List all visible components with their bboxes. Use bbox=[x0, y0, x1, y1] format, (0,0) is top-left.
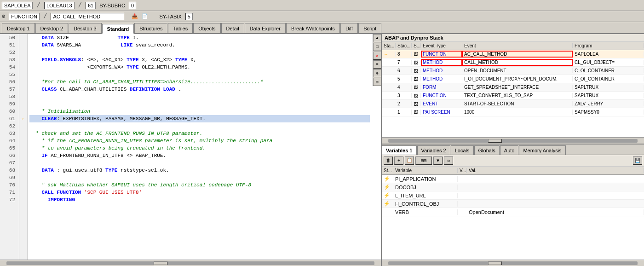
stack-header-program: Program bbox=[573, 43, 644, 48]
stack-row-7[interactable]: 7 🖼 METHOD CALL_METHOD CL_GUI_OBJECT= bbox=[382, 58, 644, 67]
var-name-l-item: L_ITEM_URL bbox=[393, 193, 458, 198]
code-line-57: CLASS CL_ABAP_CHAR_UTILITIES DEFINITION … bbox=[29, 86, 370, 93]
vars-add-btn[interactable]: + bbox=[394, 156, 403, 165]
ln-59: 59 bbox=[0, 100, 17, 108]
vars-hscrollbar[interactable] bbox=[382, 260, 644, 266]
vars-filter-btn[interactable]: ▼ bbox=[433, 156, 443, 165]
tab-desktop2[interactable]: Desktop 2 bbox=[35, 23, 69, 33]
sy-subrc-label: SY-SUBRC bbox=[99, 3, 125, 8]
tab-tables[interactable]: Tables bbox=[168, 23, 193, 33]
var-row-h-control-obj[interactable]: ⚡ H_CONTROL_OBJ bbox=[382, 200, 644, 208]
stack-cell-evtype-8: FUNCTION bbox=[421, 51, 462, 58]
vars-delete-btn[interactable]: 🗑 bbox=[384, 156, 393, 165]
tab-script[interactable]: Script bbox=[358, 23, 381, 33]
tab-standard[interactable]: Standard bbox=[102, 24, 134, 34]
sy-subrc-value[interactable]: 0 bbox=[129, 2, 136, 9]
code-filter-btn[interactable]: ≡ bbox=[373, 60, 381, 69]
ln-60: 60 bbox=[0, 108, 17, 115]
var-tab-memory-analysis[interactable]: Memory Analysis bbox=[519, 145, 565, 155]
stack-cell-sta-8: → bbox=[382, 52, 396, 57]
stack-cell-evtype-2: EVENT bbox=[421, 101, 462, 106]
code-search-btn[interactable]: ⊞ bbox=[373, 78, 381, 86]
var-row-verb[interactable]: VERB OpenDocument bbox=[382, 208, 644, 216]
stack-cell-event-7: CALL_METHOD bbox=[462, 59, 573, 66]
code-marker-btn[interactable]: ⊕ bbox=[373, 69, 381, 77]
function-name-field[interactable]: AC_CALL_METHOD bbox=[51, 13, 124, 20]
tab-detail[interactable]: Detail bbox=[221, 23, 244, 33]
stack-cell-s-7: 🖼 bbox=[412, 60, 421, 65]
var-val-verb: OpenDocument bbox=[467, 209, 644, 215]
stack-cell-event-6: OPEN_DOCUMENT bbox=[462, 68, 573, 73]
tab-diff[interactable]: Diff bbox=[340, 23, 358, 33]
code-expand-btn[interactable]: □ bbox=[373, 43, 381, 51]
var-tab-globals[interactable]: Globals bbox=[474, 145, 500, 155]
vars-copy-btn[interactable]: 📋 bbox=[405, 156, 414, 165]
gear-icon: ⚙ bbox=[2, 13, 5, 20]
var-sta-pi: ⚡ bbox=[382, 176, 393, 182]
vars-expand-btn[interactable]: ⊞⊟ bbox=[415, 156, 432, 165]
stack-row-6[interactable]: 6 🖼 METHOD OPEN_DOCUMENT C_OI_CONTAINER bbox=[382, 67, 644, 75]
code-line-71: CALL FUNCTION 'SCP_GUI_USES_UTF8' bbox=[29, 189, 370, 196]
code-panel: ▲ □ ✕ ≡ ⊕ ⊞ 50 51 52 53 54 55 56 57 58 bbox=[0, 34, 382, 266]
stack-cell-program-2: ZALV_JERRY bbox=[573, 101, 644, 106]
var-row-l-item-url[interactable]: ⚡ L_ITEM_URL bbox=[382, 191, 644, 200]
doc-icon: 📄 bbox=[142, 13, 148, 19]
stack-header-sta: Sta... bbox=[382, 43, 396, 48]
stack-row-5[interactable]: 5 🖼 METHOD I_OI_DOCUMENT_PROXY~OPEN_DOCU… bbox=[382, 75, 644, 83]
type-field[interactable]: FUNCTION bbox=[9, 13, 40, 20]
stack-row-1[interactable]: 1 🖼 PAI SCREEN 1000 SAPMSSY0 bbox=[382, 108, 644, 116]
var-tab-variables1[interactable]: Variables 1 bbox=[382, 145, 417, 155]
stack-hscrollbar-thumb[interactable] bbox=[488, 139, 502, 143]
code-hscrollbar-thumb[interactable] bbox=[154, 261, 167, 265]
var-row-pi-application[interactable]: ⚡ PI_APPLICATION bbox=[382, 175, 644, 183]
stack-row-3[interactable]: 3 🖼 FUNCTION TEXT_CONVERT_XLS_TO_SAP SAP… bbox=[382, 92, 644, 100]
tab-objects[interactable]: Objects bbox=[193, 23, 220, 33]
stack-cell-stac-4: 4 bbox=[396, 85, 412, 90]
vars-hscrollbar-thumb[interactable] bbox=[488, 261, 502, 265]
stack-header-s: S... bbox=[412, 43, 421, 48]
stack-row-8[interactable]: → 8 🖼 FUNCTION AC_CALL_METHOD SAPLOLEA bbox=[382, 50, 644, 58]
stack-cell-stac-3: 3 bbox=[396, 93, 412, 98]
stack-cell-s-3: 🖼 bbox=[412, 93, 421, 98]
stack-row-2[interactable]: 2 🖼 EVENT START-OF-SELECTION ZALV_JERRY bbox=[382, 100, 644, 108]
stack-cell-s-1: 🖼 bbox=[412, 110, 421, 115]
stack-title: ABAP and Dynpro Stack bbox=[382, 34, 644, 42]
line-field[interactable]: 61 bbox=[86, 2, 96, 9]
right-panel: ABAP and Dynpro Stack Sta... Stac... S..… bbox=[382, 34, 644, 266]
tab-desktop1[interactable]: Desktop 1 bbox=[2, 23, 35, 33]
vars-save-btn[interactable]: 💾 bbox=[633, 156, 642, 165]
code-scroll-up-btn[interactable]: ▲ bbox=[373, 34, 381, 42]
tab-desktop3[interactable]: Desktop 3 bbox=[69, 23, 102, 33]
code-line-53: FIELD-SYMBOLS: <F>, <AC_X1> TYPE X, <AC_… bbox=[29, 56, 370, 64]
code-hscrollbar[interactable] bbox=[0, 260, 381, 266]
code-content[interactable]: DATA SIZE TYPE I. DATA SVARS_WA LIKE sva… bbox=[28, 34, 372, 260]
var-row-docobj[interactable]: ⚡ DOCOBJ bbox=[382, 183, 644, 191]
var-sta-l-item: ⚡ bbox=[382, 192, 393, 198]
code-close-btn[interactable]: ✕ bbox=[373, 52, 381, 60]
tab-breakpoints[interactable]: Break./Watchpoints bbox=[286, 23, 340, 33]
stack-cell-stac-1: 1 bbox=[396, 110, 412, 115]
ln-61: 61 bbox=[0, 115, 17, 122]
stack-cell-program-4: SAPLTRUX bbox=[573, 85, 644, 90]
program-field[interactable]: SAPLOLEA bbox=[2, 2, 33, 9]
stack-cell-program-7: CL_GUI_OBJECT= bbox=[573, 60, 644, 65]
ln-64: 64 bbox=[0, 137, 17, 145]
stack-hscrollbar[interactable] bbox=[382, 137, 644, 144]
var-tab-variables2[interactable]: Variables 2 bbox=[417, 145, 450, 155]
ln-52: 52 bbox=[0, 49, 17, 56]
vars-refresh-btn[interactable]: ↻ bbox=[444, 156, 453, 165]
sy-tabix-value[interactable]: 5 bbox=[185, 13, 193, 20]
var-tab-auto[interactable]: Auto bbox=[500, 145, 519, 155]
stack-row-4[interactable]: 4 🖼 FORM GET_SPREADSHEET_INTERFACE SAPLT… bbox=[382, 83, 644, 92]
tab-structures[interactable]: Structures bbox=[134, 23, 167, 33]
object-field[interactable]: LOLEAU13 bbox=[44, 2, 75, 9]
tab-data-explorer[interactable]: Data Explorer bbox=[245, 23, 286, 33]
stack-cell-program-3: SAPLTRUX bbox=[573, 93, 644, 98]
var-tab-locals[interactable]: Locals bbox=[451, 145, 474, 155]
stack-cell-evtype-6: METHOD bbox=[421, 68, 462, 73]
vars-hscrollbar-track bbox=[388, 261, 638, 265]
stack-cell-s-2: 🖼 bbox=[412, 101, 421, 106]
code-line-55 bbox=[29, 71, 370, 78]
ln-57: 57 bbox=[0, 86, 17, 93]
sep2: / bbox=[78, 2, 82, 9]
